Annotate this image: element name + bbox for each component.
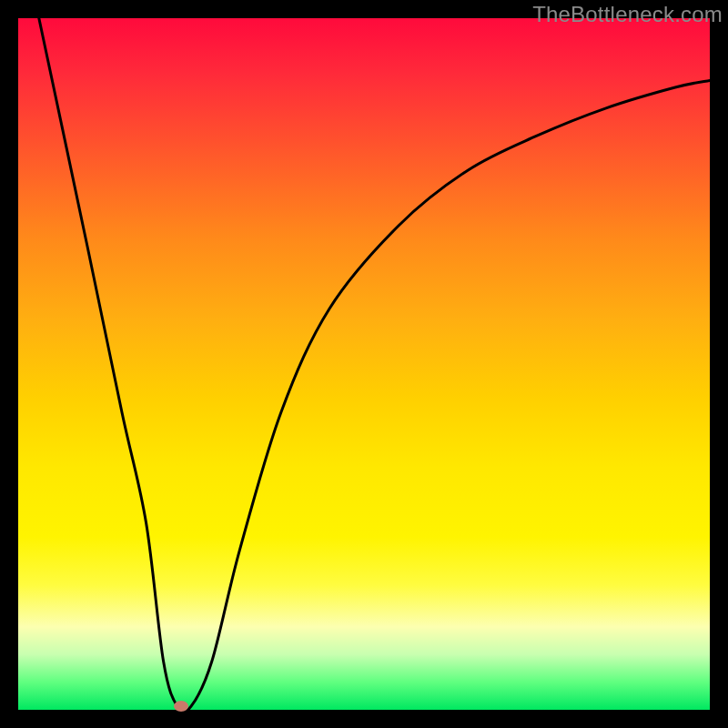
curve-svg [18, 18, 710, 710]
curve-path [39, 18, 710, 710]
watermark-text: TheBottleneck.com [532, 2, 723, 27]
plot-area [18, 18, 710, 710]
minimum-marker [174, 701, 188, 712]
chart-container: TheBottleneck.com [0, 0, 728, 728]
